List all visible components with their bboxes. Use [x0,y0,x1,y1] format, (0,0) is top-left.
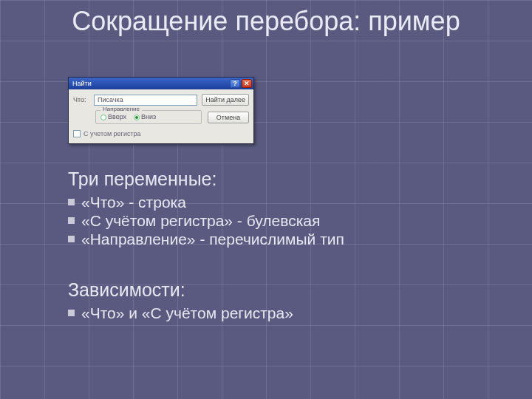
dialog-caption: Найти [72,80,92,87]
what-label: Что: [73,96,89,103]
radio-up[interactable]: Вверх [100,113,126,120]
list-item: «Что» и «С учётом регистра» [68,304,293,322]
list-item: «С учётом регистра» - булевская [68,211,344,230]
dialog-titlebar: Найти ? ✕ [69,78,253,89]
case-label: С учетом регистра [83,130,141,137]
cancel-button[interactable]: Отмена [208,112,249,123]
slide-title: Сокращение перебора: пример [0,0,532,36]
case-checkbox[interactable] [73,130,81,137]
radio-down[interactable]: Вниз [134,113,156,120]
find-next-button[interactable]: Найти далее [202,94,249,106]
slide: Сокращение перебора: пример Найти ? ✕ Чт… [0,0,532,399]
direction-group: Направление Вверх Вниз [95,110,202,124]
close-icon[interactable]: ✕ [242,79,252,88]
search-input[interactable]: Писачка [94,95,197,106]
list-item: «Что» - строка [68,193,344,211]
direction-caption: Направление [100,106,142,112]
deps-heading: Зависимости: [68,279,293,301]
list-item: «Направление» - перечислимый тип [68,230,344,248]
vars-heading: Три переменные: [68,168,344,190]
help-icon[interactable]: ? [230,79,240,88]
find-dialog: Найти ? ✕ Что: Писачка Найти далее Напра… [68,77,254,144]
